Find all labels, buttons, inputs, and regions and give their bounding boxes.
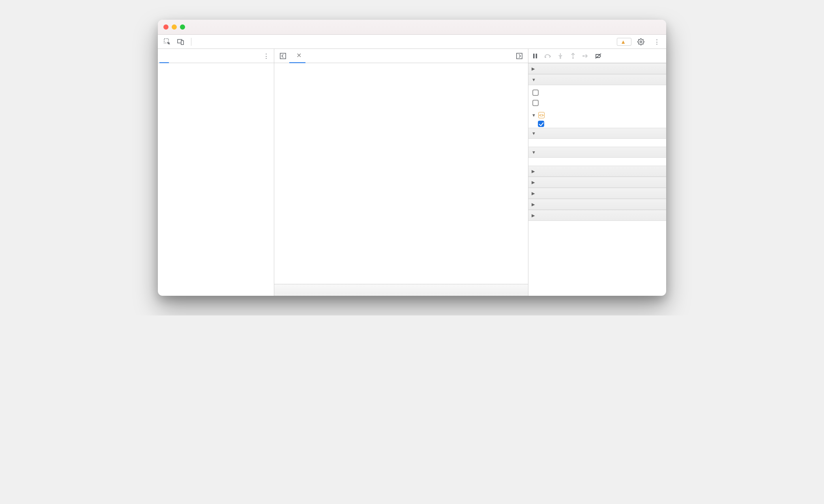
code-editor[interactable] <box>274 63 528 284</box>
svg-rect-5 <box>517 53 522 59</box>
svg-point-3 <box>640 41 642 43</box>
editor-panel: ✕ <box>274 49 528 296</box>
nav-more-icon[interactable]: ⋮ <box>261 51 271 61</box>
chevron-right-icon: ▶ <box>532 180 536 185</box>
chevron-right-icon: ▶ <box>532 191 536 196</box>
dom-bp-header[interactable]: ▶ <box>528 177 666 188</box>
xhr-header[interactable]: ▶ <box>528 166 666 177</box>
inspect-icon[interactable] <box>163 37 172 47</box>
event-bp-header[interactable]: ▶ <box>528 199 666 210</box>
svg-rect-4 <box>280 53 286 59</box>
line-gutter[interactable] <box>274 63 300 284</box>
main-toolbar: ▲ ⋮ <box>158 35 666 49</box>
warning-icon: ▲ <box>620 39 626 45</box>
svg-point-10 <box>572 57 574 59</box>
maximize-icon[interactable] <box>180 24 185 30</box>
svg-rect-2 <box>181 41 184 45</box>
divider <box>191 38 191 46</box>
step-over-icon[interactable] <box>544 52 551 60</box>
svg-rect-7 <box>536 54 537 58</box>
code-area[interactable] <box>300 63 528 284</box>
nav-tab-page[interactable] <box>159 49 169 63</box>
settings-icon[interactable] <box>636 37 646 47</box>
file-tree <box>158 63 274 296</box>
show-debugger-icon[interactable] <box>515 51 524 61</box>
warnings-badge[interactable]: ▲ <box>617 38 631 46</box>
file-tabs: ✕ <box>274 49 528 63</box>
minimize-icon[interactable] <box>172 24 177 30</box>
chevron-right-icon: ▶ <box>532 169 536 174</box>
close-tab-icon[interactable]: ✕ <box>296 52 302 59</box>
pause-uncaught-row[interactable] <box>532 88 662 98</box>
checkbox-icon[interactable] <box>532 100 539 106</box>
titlebar <box>158 20 666 35</box>
pause-caught-row[interactable] <box>532 98 662 108</box>
svg-rect-6 <box>533 54 535 58</box>
step-out-icon[interactable] <box>569 52 577 60</box>
file-tab-mandelbrot[interactable]: ✕ <box>289 49 305 63</box>
breakpoints-body <box>528 85 666 110</box>
chevron-right-icon: ▶ <box>532 202 536 207</box>
status-bar <box>274 284 528 296</box>
svg-point-11 <box>582 55 584 57</box>
debugger-panel: ▶ ▼ ▼ <> ▼ ▼ ▶ ▶ <box>528 49 666 296</box>
device-mode-icon[interactable] <box>176 37 185 47</box>
step-icon[interactable] <box>582 52 589 60</box>
checkbox-checked-icon[interactable] <box>538 121 544 127</box>
callstack-header[interactable]: ▼ <box>528 147 666 158</box>
overflow-tabs-icon[interactable] <box>198 37 207 47</box>
svg-point-9 <box>560 57 561 59</box>
devtools-window: ▲ ⋮ ⋮ <box>158 20 666 296</box>
more-icon[interactable]: ⋮ <box>652 37 661 47</box>
debugger-toolbar <box>528 49 666 63</box>
chevron-down-icon: ▼ <box>532 77 536 82</box>
csp-bp-header[interactable]: ▶ <box>528 210 666 221</box>
traffic-lights[interactable] <box>163 24 185 30</box>
chevron-right-icon: ▶ <box>532 66 536 71</box>
pause-icon[interactable] <box>532 52 539 60</box>
chevron-down-icon: ▼ <box>532 113 536 118</box>
watch-header[interactable]: ▶ <box>528 63 666 74</box>
nav-tab-filesystem[interactable] <box>169 49 178 63</box>
navigator-tabs: ⋮ <box>158 49 274 63</box>
checkbox-icon[interactable] <box>532 90 539 96</box>
svg-point-8 <box>545 56 546 58</box>
navigator-panel: ⋮ <box>158 49 274 296</box>
scope-header[interactable]: ▼ <box>528 128 666 139</box>
chevron-right-icon: ▶ <box>532 213 536 218</box>
chevron-down-icon: ▼ <box>532 150 536 155</box>
show-navigator-icon[interactable] <box>278 51 288 61</box>
scope-not-paused <box>528 139 666 147</box>
step-into-icon[interactable] <box>557 52 564 60</box>
chevron-down-icon: ▼ <box>532 131 536 136</box>
deactivate-breakpoints-icon[interactable] <box>595 52 602 60</box>
breakpoints-header[interactable]: ▼ <box>528 74 666 85</box>
close-icon[interactable] <box>163 24 169 30</box>
callstack-not-paused <box>528 158 666 166</box>
breakpoint-line-row[interactable] <box>528 120 666 128</box>
nav-overflow-icon[interactable] <box>180 51 189 61</box>
source-badge-icon: <> <box>538 112 545 118</box>
breakpoint-file-row[interactable]: ▼ <> <box>528 110 666 120</box>
global-listeners-header[interactable]: ▶ <box>528 188 666 199</box>
